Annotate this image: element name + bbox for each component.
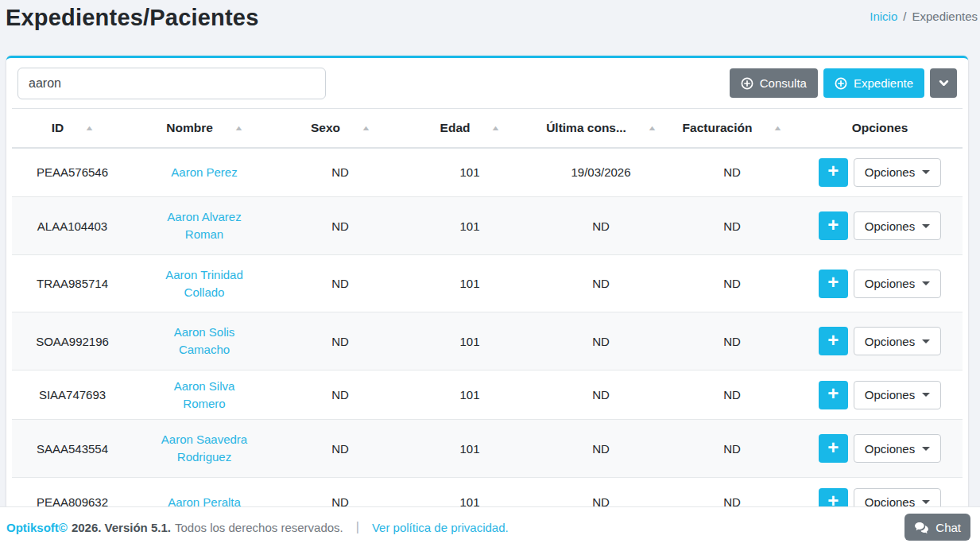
caret-down-icon [922, 339, 930, 343]
add-row-consulta-button[interactable]: + [819, 327, 848, 355]
add-row-consulta-button[interactable]: + [819, 381, 848, 409]
plus-circle-icon [741, 77, 753, 90]
add-expediente-button[interactable]: Expediente [823, 68, 924, 98]
cell-opciones: + Opciones [797, 197, 963, 255]
table-row: PEAA576546 Aaron Perez ND 101 19/03/2026… [12, 148, 963, 197]
footer: Optiksoft© 2026. Versión 5.1. Todos los … [0, 506, 980, 547]
breadcrumb-separator: / [903, 10, 906, 23]
caret-down-icon [922, 500, 930, 504]
toolbar: Consulta Expediente [12, 58, 963, 108]
cell-patient-id: TRAA985714 [12, 255, 133, 312]
cell-patient-id: SAAA543554 [12, 420, 133, 478]
patient-name-link[interactable]: Aaron Silva Romero [152, 378, 257, 413]
row-options-button[interactable]: Opciones [854, 381, 941, 409]
patients-table: ID▲ Nombre▲ Sexo▲ Edad▲ Última cons...▲ … [12, 108, 963, 527]
add-row-consulta-button[interactable]: + [819, 434, 848, 463]
cell-ultima-consulta: ND [535, 312, 667, 370]
column-header-sexo[interactable]: Sexo▲ [276, 109, 405, 148]
table-body: PEAA576546 Aaron Perez ND 101 19/03/2026… [12, 148, 963, 527]
row-options-button[interactable]: Opciones [854, 270, 941, 298]
table-row: ALAA104403 Aaron Alvarez Roman ND 101 ND… [12, 197, 963, 255]
cell-facturacion: ND [667, 197, 797, 255]
column-header-opciones: Opciones [797, 109, 963, 148]
row-options-label: Opciones [865, 277, 915, 290]
cell-edad: 101 [405, 148, 535, 197]
cell-ultima-consulta: 19/03/2026 [535, 148, 667, 197]
version-text: 2026. Versión 5.1. [72, 521, 171, 534]
page-header: Expedientes/Pacientes Inicio / Expedient… [0, 0, 980, 56]
row-options-label: Opciones [865, 335, 915, 348]
add-expediente-label: Expediente [854, 76, 913, 90]
cell-ultima-consulta: ND [535, 370, 667, 420]
cell-opciones: + Opciones [797, 148, 963, 197]
column-header-nombre[interactable]: Nombre▲ [133, 109, 276, 148]
cell-patient-id: PEAA576546 [12, 148, 133, 197]
page-title: Expedientes/Pacientes [6, 5, 259, 31]
cell-sexo: ND [276, 148, 405, 197]
cell-ultima-consulta: ND [535, 420, 667, 478]
table-header-row: ID▲ Nombre▲ Sexo▲ Edad▲ Última cons...▲ … [12, 109, 963, 148]
patient-name-link[interactable]: Aaron Trinidad Collado [152, 266, 257, 301]
add-consulta-button[interactable]: Consulta [730, 68, 818, 98]
footer-divider: | [356, 520, 359, 534]
patients-card: Consulta Expediente ID▲ [6, 56, 968, 547]
patient-name-link[interactable]: Aaron Saavedra Rodriguez [152, 431, 257, 466]
cell-patient-name: Aaron Saavedra Rodriguez [133, 420, 276, 478]
cell-ultima-consulta: ND [535, 197, 667, 255]
cell-sexo: ND [276, 197, 405, 255]
chat-button[interactable]: Chat [904, 514, 970, 541]
table-row: SAAA543554 Aaron Saavedra Rodriguez ND 1… [12, 420, 963, 478]
row-options-button[interactable]: Opciones [854, 211, 941, 240]
breadcrumb-current: Expedientes [912, 10, 978, 23]
cell-patient-id: SOAA992196 [12, 312, 133, 370]
sort-asc-icon: ▲ [234, 124, 243, 132]
cell-facturacion: ND [667, 148, 797, 197]
breadcrumb: Inicio / Expedientes [870, 10, 978, 23]
breadcrumb-home-link[interactable]: Inicio [870, 10, 897, 23]
sort-asc-icon: ▲ [647, 124, 657, 132]
search-input[interactable] [17, 68, 326, 99]
row-options-label: Opciones [865, 388, 915, 402]
cell-edad: 101 [405, 255, 535, 312]
patient-name-link[interactable]: Aaron Perez [171, 164, 237, 181]
cell-patient-name: Aaron Perez [133, 148, 276, 197]
rights-text: Todos los derechos reservados. [175, 521, 343, 534]
cell-patient-name: Aaron Trinidad Collado [133, 255, 276, 312]
patient-name-link[interactable]: Aaron Solis Camacho [152, 324, 257, 359]
sort-asc-icon: ▲ [361, 124, 370, 132]
table-row: SIAA747693 Aaron Silva Romero ND 101 ND … [12, 370, 963, 420]
row-options-button[interactable]: Opciones [854, 434, 941, 463]
column-header-facturacion[interactable]: Facturación▲ [667, 109, 797, 148]
column-header-edad[interactable]: Edad▲ [405, 109, 535, 148]
sort-asc-icon: ▲ [491, 124, 501, 132]
cell-patient-id: ALAA104403 [12, 197, 133, 255]
cell-ultima-consulta: ND [535, 255, 667, 312]
row-options-label: Opciones [865, 219, 915, 233]
add-row-consulta-button[interactable]: + [819, 211, 848, 240]
toolbar-actions: Consulta Expediente [730, 68, 957, 98]
caret-down-icon [922, 281, 930, 285]
cell-opciones: + Opciones [797, 420, 963, 478]
column-header-id[interactable]: ID▲ [12, 109, 133, 148]
caret-down-icon [922, 393, 930, 397]
more-actions-button[interactable] [930, 68, 957, 98]
add-row-consulta-button[interactable]: + [819, 270, 848, 298]
cell-sexo: ND [276, 312, 405, 370]
cell-patient-name: Aaron Solis Camacho [133, 312, 276, 370]
row-options-button[interactable]: Opciones [854, 327, 941, 355]
chat-bubbles-icon [914, 522, 929, 533]
cell-facturacion: ND [667, 420, 797, 478]
column-header-ultima-consulta[interactable]: Última cons...▲ [535, 109, 667, 148]
privacy-policy-link[interactable]: Ver política de privacidad. [372, 521, 509, 534]
caret-down-icon [922, 447, 930, 451]
row-options-button[interactable]: Opciones [854, 158, 941, 187]
add-row-consulta-button[interactable]: + [819, 158, 848, 187]
brand-text: Optiksoft© [6, 521, 68, 534]
patient-name-link[interactable]: Aaron Alvarez Roman [152, 208, 257, 243]
cell-edad: 101 [405, 197, 535, 255]
cell-patient-id: SIAA747693 [12, 370, 133, 420]
table-row: SOAA992196 Aaron Solis Camacho ND 101 ND… [12, 312, 963, 370]
cell-opciones: + Opciones [797, 370, 963, 420]
cell-sexo: ND [276, 370, 405, 420]
cell-facturacion: ND [667, 370, 797, 420]
